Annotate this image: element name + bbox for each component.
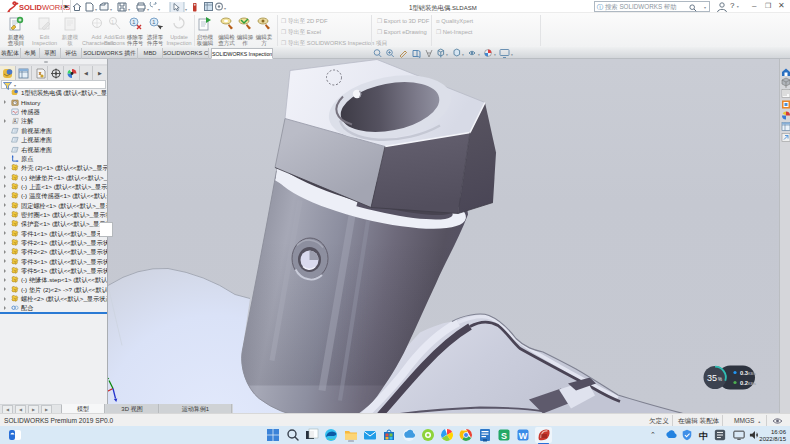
svg-text:▾: ▾ <box>128 7 130 12</box>
svg-text:1: 1 <box>152 19 155 25</box>
svg-text:1: 1 <box>132 19 135 25</box>
svg-text:▾: ▾ <box>158 7 160 12</box>
svg-text:▾: ▾ <box>494 53 496 57</box>
svg-text:▾: ▾ <box>95 7 97 12</box>
svg-text:▾: ▾ <box>147 7 149 12</box>
svg-text:▾: ▾ <box>110 7 112 12</box>
svg-text:▾: ▾ <box>446 53 448 57</box>
svg-text:▾: ▾ <box>224 6 226 11</box>
svg-text:▾: ▾ <box>478 53 480 57</box>
svg-text:S: S <box>501 431 507 441</box>
svg-text:1: 1 <box>111 19 114 25</box>
svg-text:▾: ▾ <box>185 7 187 12</box>
svg-text:35: 35 <box>707 373 717 383</box>
svg-text:W: W <box>519 431 528 441</box>
svg-text:▾: ▾ <box>511 53 513 57</box>
svg-text:▾: ▾ <box>462 53 464 57</box>
svg-text:%: % <box>718 377 722 382</box>
